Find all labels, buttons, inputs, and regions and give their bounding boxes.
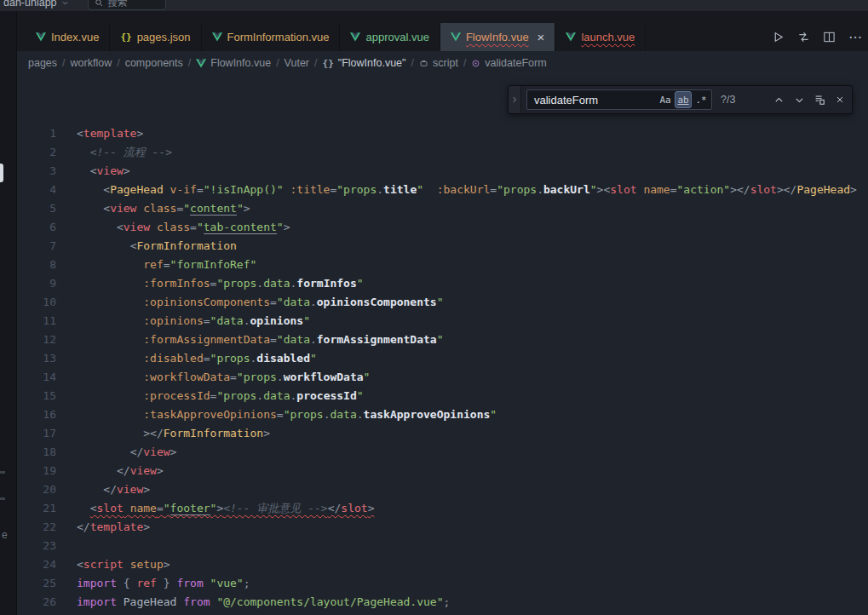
- code-line[interactable]: 12 :formAssignmentData="data.formAssignm…: [17, 330, 868, 349]
- vue-logo-icon: [566, 32, 576, 42]
- code-editor[interactable]: validateForm Aa ab .* ?/3: [17, 75, 868, 615]
- vue-logo-icon: [36, 32, 46, 42]
- code-line[interactable]: 7 <FormInformation: [17, 237, 868, 256]
- line-number: 11: [17, 312, 56, 330]
- match-case-button[interactable]: Aa: [657, 91, 674, 108]
- code-line-content: <FormInformation: [77, 237, 237, 256]
- breadcrumb-item-Vuter[interactable]: Vuter: [285, 57, 309, 69]
- tab-approval.vue[interactable]: approval.vue: [340, 23, 440, 51]
- code-line[interactable]: 6 <view class="tab-content">: [17, 218, 868, 237]
- line-number: 26: [17, 593, 56, 612]
- code-line-content: :formAssignmentData="data.formAssignment…: [77, 330, 444, 349]
- code-line-content: <slot name="footer"><!-- 审批意见 --></slot>: [77, 499, 374, 518]
- tab-FormInformation.vue[interactable]: FormInformation.vue: [202, 23, 341, 51]
- code-line-content: <!-- 流程 -->: [77, 143, 172, 162]
- tab-launch.vue[interactable]: launch.vue: [555, 23, 646, 51]
- code-line[interactable]: 1<template>: [17, 124, 868, 143]
- code-line-content: :taskApproveOpinions="props.data.taskApp…: [77, 405, 497, 424]
- find-input[interactable]: validateForm Aa ab .*: [526, 89, 712, 110]
- chevron-down-icon: [61, 0, 69, 7]
- regex-button[interactable]: .*: [693, 91, 710, 108]
- code-line[interactable]: 20 </view>: [17, 480, 868, 499]
- breadcrumb-separator: /: [276, 57, 279, 69]
- tab-bar: Index.vue{}pages.jsonFormInformation.vue…: [17, 11, 868, 51]
- breadcrumb-item-FlowInfo.vue[interactable]: FlowInfo.vue: [196, 57, 271, 69]
- tab-FlowInfo.vue[interactable]: FlowInfo.vue×: [440, 23, 555, 51]
- tab-pages.json[interactable]: {}pages.json: [110, 23, 201, 51]
- code-line[interactable]: 23: [17, 537, 868, 555]
- method-symbol-icon: [471, 59, 480, 68]
- breadcrumb: pages/workflow/components/FlowInfo.vue/V…: [17, 51, 868, 75]
- global-search-box[interactable]: 搜索: [88, 0, 166, 10]
- code-line[interactable]: 3 <view>: [17, 162, 868, 181]
- code-line-content: ></FormInformation>: [77, 424, 270, 443]
- code-line-content: :processId="props.data.processId": [77, 387, 364, 405]
- code-line[interactable]: 13 :disabled="props.disabled": [17, 349, 868, 368]
- breadcrumb-item-pages[interactable]: pages: [28, 57, 57, 69]
- line-number: 8: [17, 256, 56, 274]
- code-line[interactable]: 2 <!-- 流程 -->: [17, 143, 868, 162]
- line-number: 24: [17, 555, 56, 574]
- code-line[interactable]: 26import PageHead from "@/components/lay…: [17, 593, 868, 612]
- workspace-menu[interactable]: dan-uniapp: [0, 0, 76, 9]
- title-bar: dan-uniapp 搜索: [0, 0, 868, 11]
- previous-match-button[interactable]: [770, 91, 787, 108]
- line-number: 7: [17, 237, 56, 256]
- code-line[interactable]: 9 :formInfos="props.data.formInfos": [17, 274, 868, 293]
- code-line[interactable]: 16 :taskApproveOpinions="props.data.task…: [17, 405, 868, 424]
- breadcrumb-item-workflow[interactable]: workflow: [71, 57, 112, 69]
- activity-bar[interactable]: e: [0, 11, 17, 615]
- breadcrumb-label: FlowInfo.vue: [210, 57, 271, 69]
- line-number: 18: [17, 443, 56, 462]
- code-line[interactable]: 10 :opinionsComponents="data.opinionsCom…: [17, 293, 868, 312]
- editor-group: Index.vue{}pages.jsonFormInformation.vue…: [17, 11, 868, 615]
- code-line[interactable]: 19 </view>: [17, 462, 868, 480]
- breadcrumb-item-script[interactable]: script: [419, 57, 458, 69]
- arrow-up-icon: [773, 95, 785, 106]
- code-line[interactable]: 5 <view class="content">: [17, 199, 868, 218]
- close-find-button[interactable]: [831, 91, 848, 108]
- line-number: 15: [17, 387, 56, 405]
- split-editor-button[interactable]: [823, 31, 836, 43]
- code-line[interactable]: 14 :workflowData="props.workflowData": [17, 368, 868, 387]
- code-line[interactable]: 18 </view>: [17, 443, 868, 462]
- code-line-content: <script setup>: [77, 555, 170, 574]
- json-braces-icon: {}: [120, 32, 131, 43]
- line-number: 1: [17, 124, 56, 143]
- breadcrumb-separator: /: [463, 57, 466, 69]
- activity-mark: [0, 471, 5, 474]
- code-line[interactable]: 11 :opinions="data.opinions": [17, 312, 868, 330]
- breadcrumb-item-FlowInfo.vue[interactable]: {}"FlowInfo.vue": [323, 57, 406, 69]
- whole-word-button[interactable]: ab: [675, 91, 692, 108]
- code-line[interactable]: 15 :processId="props.data.processId": [17, 387, 868, 405]
- breadcrumb-label: pages: [28, 57, 57, 69]
- vue-logo-icon: [196, 59, 206, 68]
- close-tab-icon[interactable]: ×: [537, 31, 545, 43]
- find-in-selection-button[interactable]: [811, 91, 828, 108]
- open-changes-button[interactable]: [797, 31, 810, 43]
- breadcrumb-item-validateForm[interactable]: validateForm: [471, 57, 546, 69]
- breadcrumb-label: components: [125, 57, 183, 69]
- chevron-right-icon: [510, 95, 519, 104]
- toggle-replace-button[interactable]: [509, 86, 521, 113]
- code-line[interactable]: 22</template>: [17, 518, 868, 537]
- line-number: 17: [17, 424, 56, 443]
- tab-Index.vue[interactable]: Index.vue: [26, 23, 110, 51]
- breadcrumb-item-components[interactable]: components: [125, 57, 183, 69]
- tab-label: pages.json: [137, 31, 191, 43]
- more-actions-button[interactable]: ⋯: [848, 29, 863, 45]
- tab-label: Index.vue: [51, 31, 99, 43]
- code-line[interactable]: 24<script setup>: [17, 555, 868, 574]
- code-line[interactable]: 25import { ref } from "vue";: [17, 574, 868, 593]
- line-number: 12: [17, 330, 56, 349]
- line-number: 19: [17, 462, 56, 480]
- code-line[interactable]: 8 ref="formInfoRef": [17, 256, 868, 274]
- line-number: 3: [17, 162, 56, 181]
- run-button[interactable]: [772, 31, 785, 43]
- code-line[interactable]: 4 <PageHead v-if="!isInApp()" :title="pr…: [17, 181, 868, 199]
- code-line[interactable]: 21 <slot name="footer"><!-- 审批意见 --></sl…: [17, 499, 868, 518]
- code-line[interactable]: 17 ></FormInformation>: [17, 424, 868, 443]
- line-number: 13: [17, 349, 56, 368]
- next-match-button[interactable]: [790, 91, 808, 108]
- code-line-content: <view class="content">: [77, 199, 250, 218]
